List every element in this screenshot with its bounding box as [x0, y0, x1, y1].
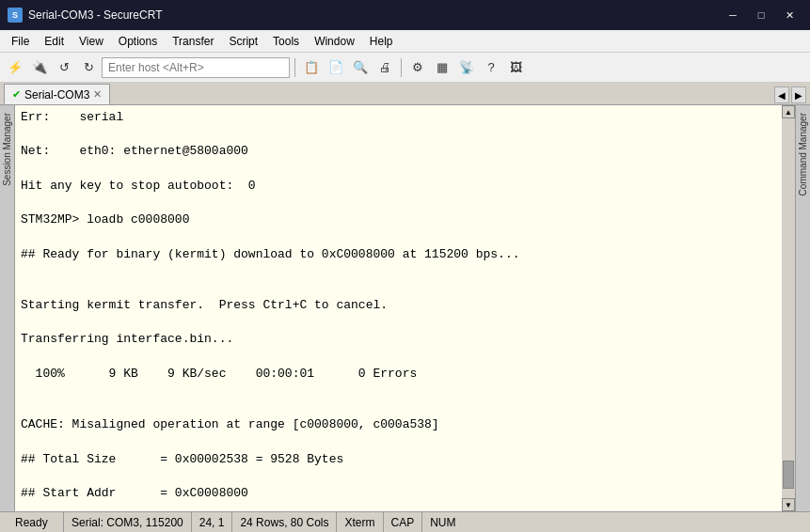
tab-label: Serial-COM3 [24, 88, 89, 102]
menu-item-help[interactable]: Help [362, 33, 401, 50]
title-bar: S Serial-COM3 - SecureCRT ─ □ ✕ [0, 0, 810, 30]
menu-item-tools[interactable]: Tools [265, 33, 307, 50]
terminal-line: ## Start Addr = 0xC0008000 [21, 485, 776, 502]
tab-active-icon: ✔ [12, 88, 21, 101]
status-ready: Ready [8, 512, 64, 532]
toolbar-print-btn[interactable]: 🖨 [373, 56, 396, 79]
status-size: 24 Rows, 80 Cols [232, 512, 337, 532]
maximize-button[interactable]: □ [748, 6, 774, 24]
terminal-line: ## Total Size = 0x00002538 = 9528 Bytes [21, 451, 776, 468]
scroll-track[interactable] [782, 118, 795, 498]
menu-item-window[interactable]: Window [307, 33, 362, 50]
tab-serial-com3[interactable]: ✔ Serial-COM3 ✕ [4, 84, 110, 104]
menu-bar: FileEditViewOptionsTransferScriptToolsWi… [0, 30, 810, 53]
toolbar-btn5[interactable]: ▦ [431, 56, 453, 79]
status-caps: CAP [384, 512, 423, 532]
main-area: Session Manager Err: serial Net: eth0: e… [0, 105, 810, 511]
terminal-line: Hit any key to stop autoboot: 0 [21, 178, 776, 195]
terminal-output[interactable]: Err: serial Net: eth0: ethernet@5800a000… [15, 105, 782, 511]
session-manager-sidebar[interactable]: Session Manager [0, 105, 15, 511]
window-title: Serial-COM3 - SecureCRT [28, 8, 720, 22]
status-terminal: Xterm [337, 512, 383, 532]
close-button[interactable]: ✕ [776, 6, 802, 24]
terminal-scrollbar[interactable]: ▲ ▼ [782, 105, 795, 511]
status-position: 24, 1 [192, 512, 233, 532]
terminal-line: CACHE: Misaligned operation at range [c0… [21, 416, 776, 433]
terminal-line: STM32MP> loadb c0008000 [21, 211, 776, 228]
toolbar-sep1 [294, 58, 295, 77]
tab-close-btn[interactable]: ✕ [93, 88, 102, 101]
minimize-button[interactable]: ─ [720, 6, 746, 24]
tab-nav-left[interactable]: ◀ [774, 86, 789, 103]
toolbar-help-btn[interactable]: ? [480, 56, 502, 79]
scroll-up-btn[interactable]: ▲ [782, 105, 795, 118]
terminal-line: Starting kermit transfer. Press Ctrl+C t… [21, 297, 776, 314]
toolbar-btn6[interactable]: 📡 [455, 56, 478, 79]
toolbar-sep2 [401, 58, 402, 77]
tab-nav-right[interactable]: ▶ [791, 86, 806, 103]
app-icon: S [8, 8, 23, 23]
toolbar-paste-btn[interactable]: 📄 [325, 56, 347, 79]
toolbar-settings-btn[interactable]: ⚙ [406, 56, 429, 79]
menu-item-edit[interactable]: Edit [37, 33, 71, 50]
host-input[interactable] [102, 57, 290, 78]
menu-item-options[interactable]: Options [111, 33, 165, 50]
terminal-line: Transferring interface.bin... [21, 331, 776, 348]
status-serial: Serial: COM3, 115200 [64, 512, 192, 532]
terminal-line: 100% 9 KB 9 KB/sec 00:00:01 0 Errors [21, 366, 776, 383]
toolbar-copy-btn[interactable]: 📋 [300, 56, 323, 79]
session-manager-label[interactable]: Session Manager [2, 113, 12, 186]
terminal-line: Err: serial [21, 109, 776, 126]
toolbar-btn3[interactable]: ↺ [53, 56, 75, 79]
scroll-down-btn[interactable]: ▼ [782, 498, 795, 511]
scroll-thumb[interactable] [783, 461, 794, 489]
toolbar: ⚡ 🔌 ↺ ↻ 📋 📄 🔍 🖨 ⚙ ▦ 📡 ? 🖼 [0, 53, 810, 83]
command-manager-label[interactable]: Command Manager [798, 113, 808, 196]
status-bar: Ready Serial: COM3, 115200 24, 1 24 Rows… [0, 511, 810, 532]
menu-item-file[interactable]: File [4, 33, 37, 50]
terminal-container[interactable]: Err: serial Net: eth0: ethernet@5800a000… [15, 105, 795, 511]
menu-item-transfer[interactable]: Transfer [165, 33, 221, 50]
toolbar-find-btn[interactable]: 🔍 [349, 56, 372, 79]
toolbar-connect-btn[interactable]: ⚡ [4, 56, 26, 79]
status-num: NUM [422, 512, 463, 532]
menu-item-script[interactable]: Script [221, 33, 265, 50]
menu-item-view[interactable]: View [71, 33, 111, 50]
toolbar-btn2[interactable]: 🔌 [28, 56, 51, 79]
terminal-line: ## Ready for binary (kermit) download to… [21, 246, 776, 263]
toolbar-btn4[interactable]: ↻ [77, 56, 100, 79]
terminal-line: Net: eth0: ethernet@5800a000 [21, 143, 776, 160]
window-controls: ─ □ ✕ [720, 6, 802, 24]
toolbar-btn7[interactable]: 🖼 [504, 56, 527, 79]
command-manager-sidebar[interactable]: Command Manager [795, 105, 810, 511]
tab-bar: ✔ Serial-COM3 ✕ ◀ ▶ [0, 83, 810, 105]
